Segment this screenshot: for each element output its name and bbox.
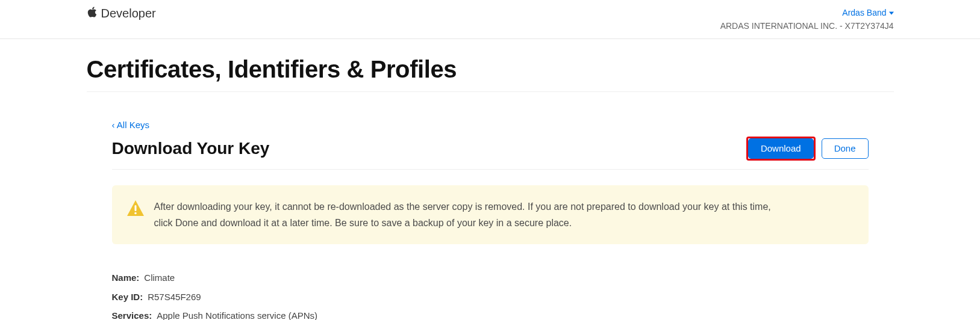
account-switcher[interactable]: Ardas Band: [842, 7, 893, 19]
download-highlight: Download: [746, 137, 816, 161]
account-user-name: Ardas Band: [842, 7, 886, 19]
detail-row-services: Services: Apple Push Notifications servi…: [112, 306, 869, 320]
org-block: Ardas Band ARDAS INTERNATIONAL INC. - X7…: [720, 6, 894, 32]
sub-title: Download Your Key: [112, 139, 270, 158]
keyid-value: R57S45F269: [148, 288, 201, 307]
warning-icon: [126, 198, 145, 219]
services-value: Apple Push Notifications service (APNs): [157, 306, 317, 320]
apple-logo-icon: [87, 6, 98, 21]
page-title: Certificates, Identifiers & Profiles: [87, 56, 894, 92]
brand[interactable]: Developer: [87, 6, 156, 21]
top-bar: Developer Ardas Band ARDAS INTERNATIONAL…: [0, 0, 980, 39]
done-button[interactable]: Done: [822, 138, 869, 159]
svg-rect-0: [134, 205, 136, 211]
chevron-down-icon: [889, 7, 894, 19]
key-details: Name: Climate Key ID: R57S45F269 Service…: [112, 268, 869, 320]
svg-point-1: [134, 212, 137, 215]
name-value: Climate: [144, 268, 175, 288]
button-row: Download Done: [746, 137, 869, 161]
sub-header: Download Your Key Download Done: [112, 137, 869, 170]
detail-row-keyid: Key ID: R57S45F269: [112, 288, 869, 307]
warning-text: After downloading your key, it cannot be…: [154, 198, 775, 231]
keyid-label: Key ID:: [112, 288, 143, 307]
services-label: Services:: [112, 306, 152, 320]
name-label: Name:: [112, 268, 140, 288]
back-all-keys-link[interactable]: ‹ All Keys: [112, 120, 150, 130]
detail-row-name: Name: Climate: [112, 268, 869, 288]
warning-alert: After downloading your key, it cannot be…: [112, 185, 869, 244]
download-button[interactable]: Download: [748, 138, 814, 159]
team-line: ARDAS INTERNATIONAL INC. - X7T2Y374J4: [720, 20, 894, 32]
brand-label: Developer: [101, 7, 156, 20]
